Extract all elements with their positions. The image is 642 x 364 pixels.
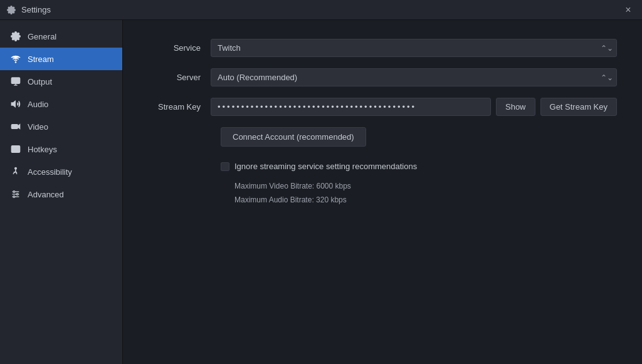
sidebar: General Stream Output (0, 20, 123, 364)
stream-key-controls: Show Get Stream Key (211, 98, 617, 116)
sidebar-item-video[interactable]: Video (0, 115, 122, 138)
max-video-bitrate: Maximum Video Bitrate: 6000 kbps (234, 180, 617, 194)
settings-icon (6, 5, 16, 15)
close-button[interactable]: × (621, 3, 636, 18)
svg-marker-6 (11, 101, 15, 107)
sidebar-label-output: Output (28, 77, 52, 86)
advanced-icon (10, 189, 21, 200)
sidebar-item-stream[interactable]: Stream (0, 48, 122, 70)
svg-rect-7 (11, 125, 18, 129)
sidebar-label-stream: Stream (28, 55, 54, 64)
server-select-wrap: Auto (Recommended) ⌃⌄ (211, 68, 617, 86)
sidebar-label-audio: Audio (28, 100, 48, 109)
service-label: Service (148, 43, 211, 53)
server-select[interactable]: Auto (Recommended) (211, 68, 617, 86)
get-stream-key-button[interactable]: Get Stream Key (540, 98, 617, 116)
checkbox-section: Ignore streaming service setting recomme… (221, 162, 617, 207)
service-row: Service Twitch ⌃⌄ (148, 39, 617, 57)
content-area: Service Twitch ⌃⌄ Server Auto (Recommend… (123, 20, 642, 364)
service-select[interactable]: Twitch (211, 39, 617, 57)
title-bar-title: Settings (21, 5, 51, 14)
sidebar-label-hotkeys: Hotkeys (28, 145, 57, 154)
stream-key-label: Stream Key (148, 102, 211, 112)
main-layout: General Stream Output (0, 20, 642, 364)
stream-icon (10, 53, 21, 65)
sidebar-item-output[interactable]: Output (0, 70, 122, 93)
bitrate-info: Maximum Video Bitrate: 6000 kbps Maximum… (234, 180, 617, 207)
stream-key-row: Stream Key Show Get Stream Key (148, 98, 617, 116)
svg-point-14 (16, 194, 18, 195)
sidebar-item-audio[interactable]: Audio (0, 93, 122, 115)
svg-point-2 (15, 62, 16, 63)
sidebar-label-accessibility: Accessibility (28, 167, 72, 177)
svg-rect-3 (11, 78, 19, 83)
ignore-recommendations-row: Ignore streaming service setting recomme… (221, 162, 617, 171)
max-audio-bitrate: Maximum Audio Bitrate: 320 kbps (234, 194, 617, 207)
title-bar-left: Settings (6, 5, 51, 15)
video-icon (10, 121, 21, 132)
accessibility-icon (10, 166, 21, 177)
server-row: Server Auto (Recommended) ⌃⌄ (148, 68, 617, 86)
stream-key-input[interactable] (211, 98, 491, 116)
ignore-recommendations-checkbox[interactable] (221, 162, 229, 171)
hotkeys-icon (10, 143, 21, 155)
title-bar: Settings × (0, 0, 642, 20)
svg-point-15 (13, 196, 15, 198)
sidebar-label-advanced: Advanced (28, 190, 64, 199)
show-button[interactable]: Show (496, 98, 535, 116)
sidebar-item-general[interactable]: General (0, 25, 122, 48)
sidebar-label-general: General (28, 32, 56, 41)
sidebar-item-accessibility[interactable]: Accessibility (0, 160, 122, 183)
svg-point-9 (15, 167, 17, 169)
sidebar-label-video: Video (28, 122, 48, 132)
sidebar-item-hotkeys[interactable]: Hotkeys (0, 138, 122, 160)
service-select-wrap: Twitch ⌃⌄ (211, 39, 617, 57)
ignore-recommendations-label: Ignore streaming service setting recomme… (234, 162, 417, 171)
sidebar-item-advanced[interactable]: Advanced (0, 183, 122, 205)
connect-account-button[interactable]: Connect Account (recommended) (221, 127, 366, 147)
connect-account-row: Connect Account (recommended) (221, 127, 617, 147)
server-label: Server (148, 73, 211, 82)
audio-icon (10, 98, 21, 110)
svg-point-13 (13, 191, 15, 193)
output-icon (10, 76, 21, 87)
gear-icon (10, 31, 21, 42)
